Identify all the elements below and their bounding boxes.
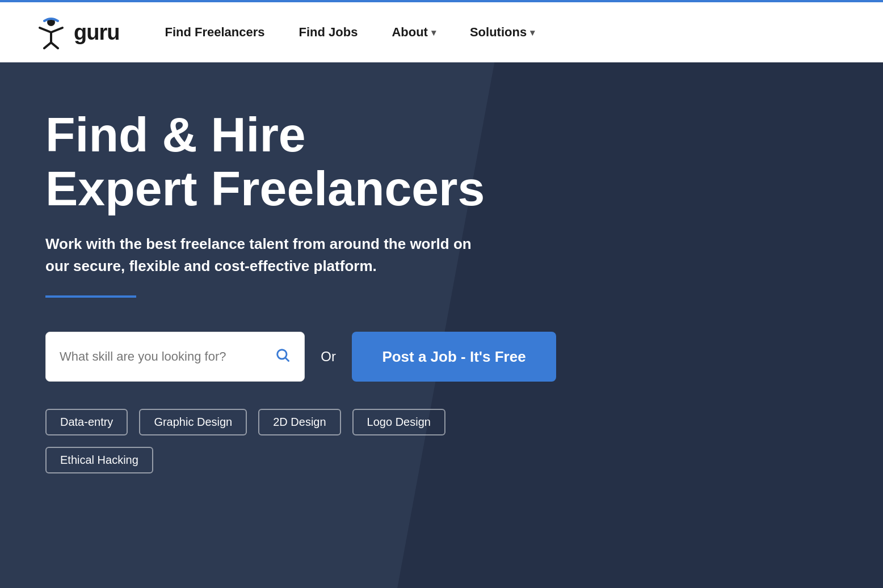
hero-subtitle: Work with the best freelance talent from… [45, 233, 477, 277]
tag-logo-design[interactable]: Logo Design [352, 409, 445, 435]
nav-about[interactable]: About ▾ [392, 25, 436, 40]
logo-wordmark: guru [74, 20, 119, 45]
hero-section: Find & Hire Expert Freelancers Work with… [0, 62, 883, 588]
svg-line-4 [44, 43, 51, 48]
or-label: Or [321, 349, 336, 365]
skill-tags: Data-entry Graphic Design 2D Design Logo… [45, 409, 556, 473]
logo-icon [34, 15, 68, 49]
hero-divider [45, 295, 136, 298]
nav-find-freelancers[interactable]: Find Freelancers [165, 25, 264, 40]
svg-line-1 [40, 28, 51, 32]
search-icon [275, 347, 291, 367]
chevron-down-icon: ▾ [431, 27, 436, 38]
logo[interactable]: guru [34, 15, 119, 49]
hero-content: Find & Hire Expert Freelancers Work with… [45, 108, 556, 473]
svg-line-2 [51, 28, 62, 32]
main-nav: Find Freelancers Find Jobs About ▾ Solut… [165, 25, 535, 40]
post-job-button[interactable]: Post a Job - It's Free [352, 332, 556, 382]
hero-title: Find & Hire Expert Freelancers [45, 108, 556, 215]
nav-solutions[interactable]: Solutions ▾ [470, 25, 535, 40]
tag-ethical-hacking[interactable]: Ethical Hacking [45, 447, 153, 473]
tag-2d-design[interactable]: 2D Design [258, 409, 340, 435]
tag-graphic-design[interactable]: Graphic Design [139, 409, 247, 435]
chevron-down-icon: ▾ [530, 27, 535, 38]
site-header: guru Find Freelancers Find Jobs About ▾ … [0, 0, 883, 62]
search-box[interactable] [45, 332, 305, 382]
search-row: Or Post a Job - It's Free [45, 332, 556, 382]
nav-find-jobs[interactable]: Find Jobs [299, 25, 358, 40]
svg-line-5 [51, 43, 58, 48]
svg-line-7 [286, 358, 289, 361]
search-input[interactable] [60, 349, 275, 364]
tag-data-entry[interactable]: Data-entry [45, 409, 128, 435]
